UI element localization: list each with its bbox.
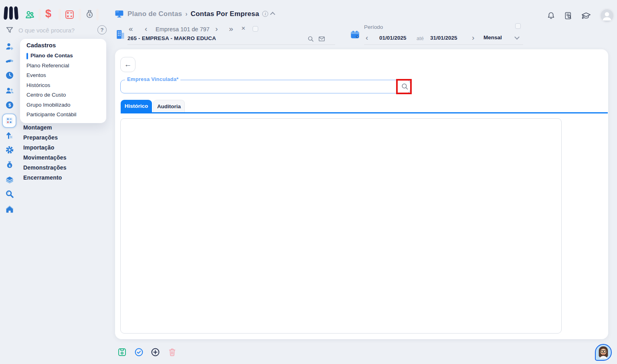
- historico-content-area: [120, 118, 562, 334]
- period-label: Período: [364, 24, 383, 30]
- company-checkbox[interactable]: [253, 26, 258, 32]
- tab-historico[interactable]: Histórico: [121, 100, 152, 112]
- back-button[interactable]: ←: [120, 57, 136, 72]
- calculator-module-icon[interactable]: [64, 9, 75, 20]
- search-input[interactable]: [18, 25, 94, 36]
- period-until-label: até: [417, 35, 424, 41]
- sidebar-item-demonstracoes[interactable]: Demonstrações: [23, 164, 67, 171]
- submenu-item-centro-de-custo[interactable]: Centro de Custo: [26, 92, 66, 98]
- tab-auditoria[interactable]: Auditoria: [153, 100, 185, 112]
- next-period-button[interactable]: ›: [472, 34, 474, 41]
- app-root: $ $ ? Plano de Contas ›: [0, 0, 617, 364]
- topbar-right-icons: [546, 8, 615, 23]
- sidebar-item-movimentacoes[interactable]: Movimentações: [23, 154, 67, 161]
- sidebar-item-preparacoes[interactable]: Preparações: [23, 134, 58, 141]
- app-logo[interactable]: [4, 6, 18, 20]
- submenu-item-participante-contabil[interactable]: Participante Contábil: [26, 111, 77, 117]
- sidebar-search-icon[interactable]: [5, 189, 14, 199]
- topbar-divider: [79, 9, 81, 20]
- breadcrumb-parent[interactable]: Plano de Contas: [127, 10, 182, 18]
- period-end-date[interactable]: 31/01/2025: [430, 35, 457, 41]
- submenu-title: Cadastros: [26, 42, 56, 49]
- graduation-cap-icon[interactable]: [581, 11, 591, 20]
- back-arrow-icon: ←: [124, 60, 132, 69]
- company-search-icon[interactable]: [307, 35, 314, 42]
- company-counter: Empresa 101 de 797: [156, 26, 210, 32]
- svg-text:$: $: [8, 103, 11, 107]
- period-mode-chevron-icon[interactable]: [514, 34, 520, 40]
- delete-button[interactable]: [167, 347, 177, 357]
- monitor-icon: [114, 9, 124, 19]
- company-underline: [127, 44, 335, 45]
- calendar-icon: [350, 29, 360, 40]
- svg-text:$: $: [89, 13, 91, 17]
- topbar-divider: [38, 9, 41, 20]
- company-building-icon: [115, 29, 125, 40]
- info-icon[interactable]: i: [262, 11, 268, 17]
- dollar-module-icon[interactable]: $: [45, 8, 51, 19]
- help-icon[interactable]: ?: [97, 25, 107, 34]
- company-name: 265 - EMPRESA - MAKRO EDUCA: [127, 35, 216, 41]
- company-mail-icon[interactable]: [318, 35, 326, 42]
- save-button[interactable]: [117, 347, 127, 357]
- add-button[interactable]: [150, 347, 160, 357]
- filter-icon[interactable]: [5, 26, 14, 34]
- svg-text:$: $: [9, 164, 11, 168]
- period-underline: [364, 44, 523, 45]
- sidebar-money-bag-icon[interactable]: $: [5, 160, 14, 170]
- topbar-divider: [59, 9, 61, 20]
- submenu-item-historicos[interactable]: Históricos: [26, 82, 50, 88]
- first-company-button[interactable]: «: [129, 25, 132, 32]
- next-company-button[interactable]: ›: [215, 25, 218, 32]
- sidebar-handshake-icon[interactable]: [5, 56, 14, 66]
- sidebar-item-encerramento[interactable]: Encerramento: [23, 174, 62, 181]
- clear-company-button[interactable]: ×: [241, 25, 245, 32]
- sidebar-home-icon[interactable]: [5, 204, 14, 214]
- topbar-divider: [96, 9, 99, 20]
- prev-period-button[interactable]: ‹: [366, 34, 368, 41]
- submenu-item-plano-referencial[interactable]: Plano Referencial: [26, 63, 69, 69]
- sidebar-layers-icon[interactable]: [5, 175, 14, 184]
- annotation-highlight-box: [396, 79, 412, 94]
- sidebar-gear-icon[interactable]: [5, 145, 14, 155]
- last-company-button[interactable]: »: [229, 25, 233, 32]
- submenu-item-grupo-imobilizado[interactable]: Grupo Imobilizado: [26, 102, 71, 108]
- document-search-icon[interactable]: [564, 11, 573, 20]
- sidebar-item-importacao[interactable]: Importação: [23, 144, 54, 151]
- sidebar-users-icon[interactable]: [5, 86, 14, 95]
- sidebar-clock-icon[interactable]: [5, 71, 14, 80]
- prev-company-button[interactable]: ‹: [145, 25, 147, 32]
- cadastros-flyout-menu: [20, 39, 106, 123]
- sidebar-dollar-icon[interactable]: $: [5, 100, 14, 110]
- sidebar-user-settings-icon[interactable]: [5, 42, 14, 51]
- sidebar-item-montagem[interactable]: Montagem: [23, 124, 52, 131]
- page-title: Contas Por Empresa: [191, 10, 259, 18]
- confirm-button[interactable]: [134, 347, 144, 357]
- active-item-indicator: [26, 53, 28, 59]
- sidebar-trending-icon[interactable]: [5, 130, 14, 140]
- chat-assistant-avatar[interactable]: [595, 344, 612, 361]
- submenu-item-eventos[interactable]: Eventos: [26, 72, 46, 78]
- period-mode-select[interactable]: Mensal: [483, 34, 502, 40]
- people-module-icon[interactable]: [24, 9, 35, 20]
- money-bag-module-icon[interactable]: $: [84, 9, 95, 20]
- breadcrumb: Plano de Contas › Contas Por Empresa i: [114, 9, 275, 19]
- empresa-vinculada-input[interactable]: [126, 81, 386, 92]
- period-start-date[interactable]: 01/01/2025: [379, 35, 407, 41]
- submenu-item-plano-de-contas[interactable]: Plano de Contas: [30, 53, 73, 59]
- user-avatar[interactable]: [599, 8, 615, 23]
- notifications-bell-icon[interactable]: [546, 11, 556, 20]
- sidebar-calculator-icon[interactable]: [4, 116, 14, 125]
- tab-underline: [121, 112, 608, 113]
- collapse-header-icon[interactable]: [270, 12, 275, 17]
- period-checkbox[interactable]: [515, 23, 521, 29]
